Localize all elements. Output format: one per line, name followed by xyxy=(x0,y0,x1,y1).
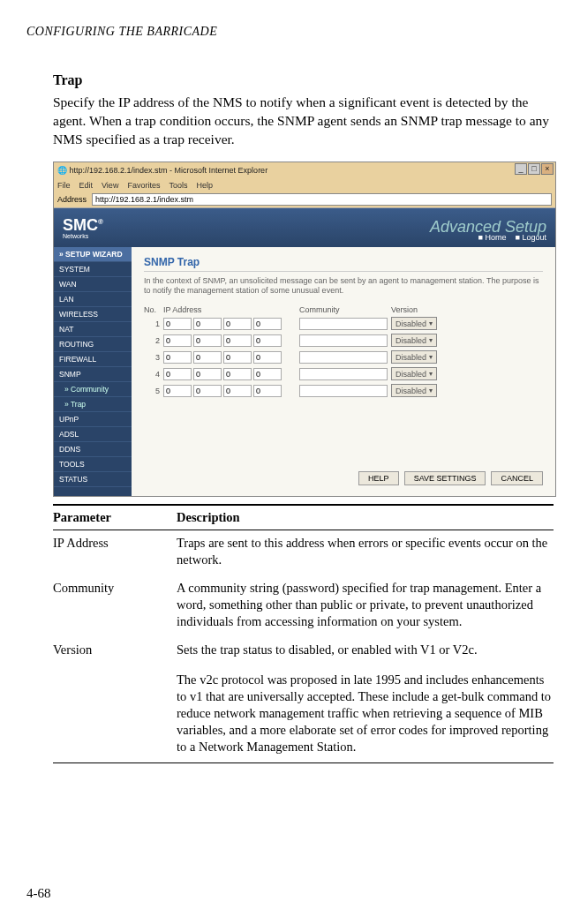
param-desc: Traps are sent to this address when erro… xyxy=(177,530,554,575)
panel-description: In the context of SNMP, an unsolicited m… xyxy=(144,276,543,297)
param-name: Version xyxy=(53,637,177,665)
ip-octet[interactable] xyxy=(193,318,222,330)
sidebar-item-status[interactable]: STATUS xyxy=(54,472,132,487)
smc-logo: SMC® xyxy=(63,216,103,234)
community-input[interactable] xyxy=(299,351,388,364)
browser-menu-bar: File Edit View Favorites Tools Help xyxy=(54,178,555,192)
help-button[interactable]: HELP xyxy=(358,471,399,485)
sidebar-nav: » SETUP WIZARD SYSTEM WAN LAN WIRELESS N… xyxy=(54,247,132,496)
ip-octet[interactable] xyxy=(223,368,252,380)
sidebar-item-routing[interactable]: ROUTING xyxy=(54,337,132,352)
ip-octet[interactable] xyxy=(253,318,282,330)
version-select[interactable]: Disabled xyxy=(391,384,437,397)
menu-tools[interactable]: Tools xyxy=(169,181,187,190)
ip-octet[interactable] xyxy=(253,385,282,397)
ip-octet[interactable] xyxy=(193,385,222,397)
ip-octet[interactable] xyxy=(163,318,192,330)
browser-address-bar: Address http://192.168.2.1/index.stm xyxy=(54,192,555,208)
save-settings-button[interactable]: SAVE SETTINGS xyxy=(404,471,486,485)
ip-octet[interactable] xyxy=(223,318,252,330)
trap-row: 1 Disabled xyxy=(144,317,543,330)
ip-octet[interactable] xyxy=(163,385,192,397)
sidebar-item-tools[interactable]: TOOLS xyxy=(54,457,132,472)
row-no: 3 xyxy=(144,353,160,362)
param-desc: Sets the trap status to disabled, or ena… xyxy=(177,637,554,665)
community-input[interactable] xyxy=(299,368,388,380)
panel-title: SNMP Trap xyxy=(144,256,543,272)
menu-view[interactable]: View xyxy=(102,181,118,190)
row-no: 1 xyxy=(144,319,160,328)
ie-icon: 🌐 xyxy=(57,166,67,175)
trap-row: 2 Disabled xyxy=(144,334,543,347)
sidebar-item-ddns[interactable]: DDNS xyxy=(54,442,132,457)
th-description: Description xyxy=(177,505,554,530)
menu-file[interactable]: File xyxy=(57,181,71,190)
ip-octet[interactable] xyxy=(193,351,222,364)
section-heading: Trap xyxy=(53,72,554,88)
ip-octet[interactable] xyxy=(163,334,192,347)
ip-octet[interactable] xyxy=(223,385,252,397)
community-input[interactable] xyxy=(299,334,388,347)
sidebar-item-firewall[interactable]: FIREWALL xyxy=(54,352,132,367)
th-version: Version xyxy=(391,305,453,314)
sidebar-sub-community[interactable]: » Community xyxy=(54,382,132,397)
ip-octet[interactable] xyxy=(223,351,252,364)
window-title-text: http://192.168.2.1/index.stm - Microsoft… xyxy=(70,166,268,175)
sidebar-sub-trap[interactable]: » Trap xyxy=(54,397,132,412)
sidebar-item-nat[interactable]: NAT xyxy=(54,322,132,337)
home-link[interactable]: ■ Home xyxy=(478,233,507,242)
menu-favorites[interactable]: Favorites xyxy=(127,181,160,190)
sidebar-item-system[interactable]: SYSTEM xyxy=(54,262,132,277)
ip-octet[interactable] xyxy=(253,368,282,380)
ip-octet[interactable] xyxy=(253,334,282,347)
community-input[interactable] xyxy=(299,385,388,397)
param-extra-desc: The v2c protocol was proposed in late 19… xyxy=(177,666,554,763)
row-no: 2 xyxy=(144,336,160,345)
content-panel: SNMP Trap In the context of SNMP, an uns… xyxy=(132,247,555,496)
parameter-table: Parameter Description IP Address Traps a… xyxy=(53,504,554,763)
address-label: Address xyxy=(57,195,87,204)
minimize-icon[interactable]: _ xyxy=(515,163,527,175)
version-select[interactable]: Disabled xyxy=(391,350,437,364)
ip-octet[interactable] xyxy=(223,334,252,347)
menu-edit[interactable]: Edit xyxy=(79,181,94,190)
sidebar-item-snmp[interactable]: SNMP xyxy=(54,367,132,382)
cancel-button[interactable]: CANCEL xyxy=(491,471,543,485)
th-community: Community xyxy=(299,305,388,314)
ip-octet[interactable] xyxy=(163,351,192,364)
trap-row: 4 Disabled xyxy=(144,367,543,380)
page-number: 4-68 xyxy=(26,886,51,901)
version-select[interactable]: Disabled xyxy=(391,317,437,330)
sidebar-setup-wizard[interactable]: » SETUP WIZARD xyxy=(54,247,132,262)
ip-octet[interactable] xyxy=(253,351,282,364)
community-input[interactable] xyxy=(299,318,388,330)
address-input[interactable]: http://192.168.2.1/index.stm xyxy=(92,193,552,206)
sidebar-item-wireless[interactable]: WIRELESS xyxy=(54,307,132,322)
embedded-screenshot: 🌐 http://192.168.2.1/index.stm - Microso… xyxy=(53,162,556,497)
version-select[interactable]: Disabled xyxy=(391,334,437,347)
th-ip: IP Address xyxy=(163,305,296,314)
sidebar-item-upnp[interactable]: UPnP xyxy=(54,412,132,427)
intro-paragraph: Specify the IP address of the NMS to not… xyxy=(53,94,554,149)
version-select[interactable]: Disabled xyxy=(391,367,437,380)
maximize-icon[interactable]: □ xyxy=(528,163,540,175)
param-name: Community xyxy=(53,575,177,637)
th-no: No. xyxy=(144,305,160,314)
param-desc: A community string (password) specified … xyxy=(177,575,554,637)
param-name: IP Address xyxy=(53,530,177,575)
running-header: CONFIGURING THE BARRICADE xyxy=(26,25,554,39)
trap-row: 5 Disabled xyxy=(144,384,543,397)
sidebar-item-lan[interactable]: LAN xyxy=(54,292,132,307)
logout-link[interactable]: ■ Logout xyxy=(516,233,546,242)
ip-octet[interactable] xyxy=(193,334,222,347)
sidebar-item-adsl[interactable]: ADSL xyxy=(54,427,132,442)
sidebar-item-wan[interactable]: WAN xyxy=(54,277,132,292)
trap-table: No. IP Address Community Version 1 Disab… xyxy=(144,305,543,397)
row-no: 4 xyxy=(144,370,160,379)
row-no: 5 xyxy=(144,387,160,395)
ip-octet[interactable] xyxy=(163,368,192,380)
close-icon[interactable]: × xyxy=(541,163,554,175)
menu-help[interactable]: Help xyxy=(196,181,213,190)
ip-octet[interactable] xyxy=(193,368,222,380)
param-name-empty xyxy=(53,666,177,763)
